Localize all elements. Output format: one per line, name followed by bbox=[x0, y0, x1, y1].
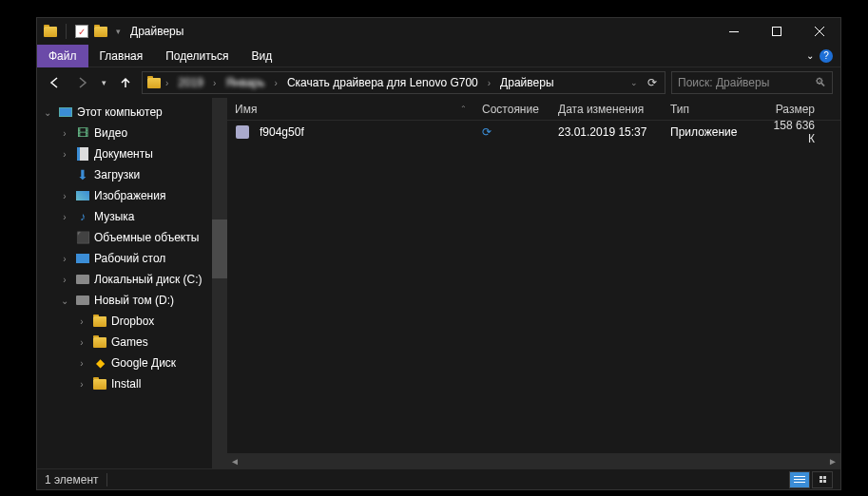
tree-label: Новый том (D:) bbox=[94, 294, 174, 307]
svg-rect-3 bbox=[794, 479, 805, 480]
forward-icon bbox=[75, 76, 88, 89]
minimize-button[interactable] bbox=[712, 18, 755, 45]
scroll-left-icon[interactable]: ◄ bbox=[227, 453, 242, 468]
breadcrumb-hidden[interactable]: Январь bbox=[220, 74, 270, 91]
expand-icon[interactable]: › bbox=[58, 128, 71, 139]
dropdown-icon[interactable]: ⌄ bbox=[627, 78, 642, 87]
breadcrumb-item[interactable]: Драйверы bbox=[494, 74, 559, 91]
horizontal-scrollbar[interactable]: ◄ ► bbox=[227, 453, 840, 468]
minimize-icon bbox=[729, 31, 739, 32]
qat-dropdown-icon[interactable]: ▾ bbox=[116, 27, 121, 36]
navigation-bar: ▾ › 2019 › Январь › Скачать драйвера для… bbox=[37, 67, 840, 98]
scroll-right-icon[interactable]: ► bbox=[825, 453, 840, 468]
column-name[interactable]: Имя ⌃ bbox=[227, 103, 474, 116]
main-area: ⌄ Этот компьютер › 🎞 Видео › Документы ⬇ bbox=[37, 98, 840, 468]
breadcrumb-hidden[interactable]: 2019 bbox=[172, 74, 209, 91]
expand-icon[interactable]: › bbox=[75, 358, 88, 369]
recent-dropdown[interactable]: ▾ bbox=[98, 72, 109, 93]
up-button[interactable] bbox=[115, 72, 136, 93]
cell-date: 23.01.2019 15:37 bbox=[550, 125, 663, 139]
address-bar[interactable]: › 2019 › Январь › Скачать драйвера для L… bbox=[142, 71, 665, 94]
tree-install[interactable]: › Install bbox=[37, 373, 227, 394]
help-icon[interactable]: ? bbox=[820, 49, 833, 63]
tree-label: Install bbox=[111, 377, 141, 391]
new-folder-icon[interactable] bbox=[93, 24, 108, 39]
chevron-right-icon[interactable]: › bbox=[164, 78, 170, 88]
tree-dropbox[interactable]: › Dropbox bbox=[37, 311, 227, 332]
tree-3d-objects[interactable]: ⬛ Объемные объекты bbox=[37, 227, 227, 248]
expand-icon[interactable]: › bbox=[58, 149, 71, 160]
refresh-icon[interactable]: ⟳ bbox=[644, 76, 661, 89]
tree-games[interactable]: › Games bbox=[37, 332, 227, 353]
close-icon bbox=[815, 27, 824, 36]
column-modified[interactable]: Дата изменения bbox=[550, 103, 663, 116]
scrollbar-thumb[interactable] bbox=[212, 219, 227, 278]
collapse-icon[interactable]: ⌄ bbox=[41, 107, 54, 118]
view-toggle bbox=[789, 471, 833, 488]
item-count: 1 элемент bbox=[45, 473, 99, 486]
column-label: Состояние bbox=[482, 103, 539, 116]
column-size[interactable]: Размер bbox=[765, 103, 822, 116]
tab-file[interactable]: Файл bbox=[37, 45, 88, 67]
tree-new-volume-d[interactable]: ⌄ Новый том (D:) bbox=[37, 290, 227, 311]
details-view-button[interactable] bbox=[789, 471, 810, 488]
search-input[interactable]: Поиск: Драйверы 🔍︎ bbox=[671, 71, 833, 94]
chevron-right-icon[interactable]: › bbox=[273, 78, 280, 88]
tree-label: Рабочий стол bbox=[94, 252, 165, 265]
folder-icon bbox=[43, 24, 58, 39]
forward-button[interactable] bbox=[71, 72, 92, 93]
back-button[interactable] bbox=[45, 72, 66, 93]
tree-this-pc[interactable]: ⌄ Этот компьютер bbox=[37, 102, 227, 123]
downloads-icon: ⬇ bbox=[75, 167, 90, 182]
file-rows[interactable]: f904g50f ⟳ 23.01.2019 15:37 Приложение 1… bbox=[227, 121, 840, 453]
documents-icon bbox=[75, 146, 90, 162]
thumbnails-view-button[interactable] bbox=[812, 471, 833, 488]
tree-label: Загрузки bbox=[94, 168, 140, 181]
chevron-right-icon[interactable]: › bbox=[211, 78, 218, 88]
titlebar: ▾ Драйверы bbox=[37, 18, 840, 45]
search-icon[interactable]: 🔍︎ bbox=[815, 76, 826, 89]
file-row[interactable]: f904g50f ⟳ 23.01.2019 15:37 Приложение 1… bbox=[227, 121, 840, 143]
file-name: f904g50f bbox=[260, 125, 304, 139]
separator bbox=[66, 24, 67, 39]
folder-icon bbox=[92, 334, 107, 350]
breadcrumb-item[interactable]: Скачать драйвера для Lenovo G700 bbox=[281, 74, 484, 91]
expand-icon[interactable]: › bbox=[58, 191, 71, 201]
sidebar-scrollbar[interactable] bbox=[212, 98, 227, 468]
ribbon-right: ⌄ ? bbox=[806, 49, 840, 63]
sort-indicator-icon: ⌃ bbox=[460, 105, 467, 113]
properties-icon[interactable] bbox=[74, 24, 89, 39]
folder-icon bbox=[92, 376, 107, 391]
tree-downloads[interactable]: ⬇ Загрузки bbox=[37, 164, 227, 185]
expand-icon[interactable]: › bbox=[58, 212, 71, 222]
tab-view[interactable]: Вид bbox=[240, 45, 283, 67]
close-button[interactable] bbox=[798, 18, 840, 45]
tab-home[interactable]: Главная bbox=[88, 45, 155, 67]
svg-rect-1 bbox=[772, 28, 781, 36]
chevron-right-icon[interactable]: › bbox=[486, 78, 492, 88]
tree-pictures[interactable]: › Изображения bbox=[37, 185, 227, 206]
expand-icon[interactable]: › bbox=[58, 254, 71, 264]
svg-rect-2 bbox=[794, 476, 805, 477]
tree-documents[interactable]: › Документы bbox=[37, 143, 227, 164]
tree-local-disk-c[interactable]: › Локальный диск (C:) bbox=[37, 269, 227, 290]
expand-icon[interactable]: › bbox=[75, 379, 88, 390]
column-type[interactable]: Тип bbox=[663, 103, 765, 116]
maximize-button[interactable] bbox=[755, 18, 798, 45]
tab-share[interactable]: Поделиться bbox=[154, 45, 240, 67]
column-label: Дата изменения bbox=[558, 103, 644, 116]
tree-desktop[interactable]: › Рабочий стол bbox=[37, 248, 227, 269]
expand-icon[interactable]: › bbox=[58, 275, 71, 285]
tree-music[interactable]: › ♪ Музыка bbox=[37, 206, 227, 227]
explorer-window: ▾ Драйверы Файл Главная Поделиться Вид ⌄… bbox=[36, 17, 841, 490]
tree-video[interactable]: › 🎞 Видео bbox=[37, 123, 227, 143]
expand-icon[interactable]: › bbox=[75, 316, 88, 327]
expand-ribbon-icon[interactable]: ⌄ bbox=[806, 50, 814, 61]
tree-label: Локальный диск (C:) bbox=[94, 273, 203, 286]
google-drive-icon: ◆ bbox=[92, 355, 107, 371]
expand-icon[interactable]: › bbox=[75, 337, 88, 348]
divider bbox=[106, 473, 107, 486]
column-state[interactable]: Состояние bbox=[474, 103, 550, 116]
tree-google-drive[interactable]: › ◆ Google Диск bbox=[37, 353, 227, 373]
collapse-icon[interactable]: ⌄ bbox=[58, 296, 71, 306]
